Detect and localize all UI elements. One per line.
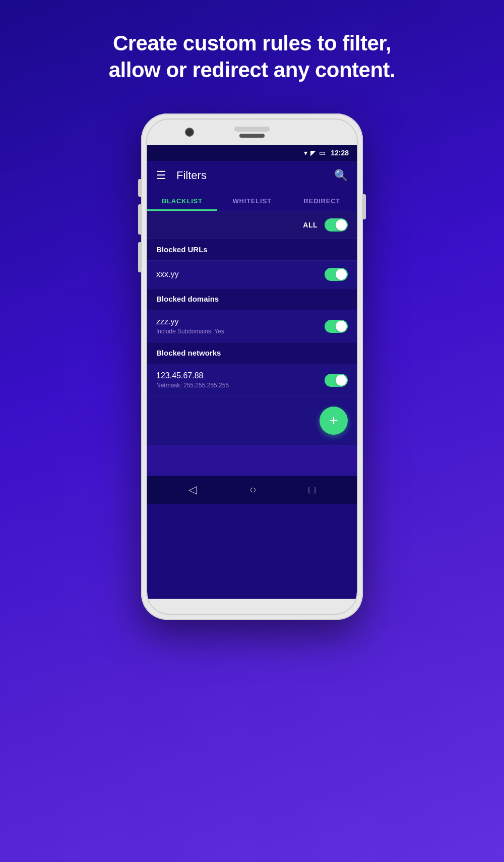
section-blocked-urls: Blocked URLs xyxy=(147,239,357,261)
all-toggle-row: ALL xyxy=(147,211,357,239)
phone-bottom xyxy=(147,599,357,614)
section-blocked-domains: Blocked domains xyxy=(147,289,357,310)
speaker-grille xyxy=(234,127,270,132)
power-button xyxy=(363,194,366,219)
list-item-title: 123.45.67.88 xyxy=(156,371,229,380)
volume-up-button xyxy=(138,204,141,235)
phone-top xyxy=(147,120,357,145)
list-item-info: xxx.yy xyxy=(156,270,178,279)
nav-bar: ◁ ○ □ xyxy=(147,476,357,504)
phone-outer: ▾ ◤ ▭ 12:28 ☰ Filters 🔍 BLACKLIST WHITEL… xyxy=(146,119,358,615)
signal-icon: ◤ xyxy=(310,149,316,157)
status-time: 12:28 xyxy=(331,149,349,157)
section-blocked-urls-title: Blocked URLs xyxy=(156,245,208,254)
item-toggle-zzz[interactable] xyxy=(325,320,348,333)
earpiece xyxy=(239,134,265,138)
status-bar: ▾ ◤ ▭ 12:28 xyxy=(147,145,357,161)
list-item-title: xxx.yy xyxy=(156,270,178,279)
section-blocked-networks-title: Blocked networks xyxy=(156,349,221,357)
section-blocked-domains-title: Blocked domains xyxy=(156,295,219,303)
tab-blacklist[interactable]: BLACKLIST xyxy=(147,190,217,211)
screen: ▾ ◤ ▭ 12:28 ☰ Filters 🔍 BLACKLIST WHITEL… xyxy=(147,145,357,599)
back-nav-icon[interactable]: ◁ xyxy=(188,483,197,496)
all-toggle[interactable] xyxy=(325,218,348,232)
list-item[interactable]: xxx.yy xyxy=(147,261,357,289)
list-item-title: zzz.yy xyxy=(156,317,224,326)
tab-whitelist[interactable]: WHITELIST xyxy=(217,190,287,211)
list-item[interactable]: zzz.yy Include Subdomains: Yes xyxy=(147,310,357,342)
fab-container: + xyxy=(147,396,357,445)
content-area: ALL Blocked URLs xxx.yy Blocked domains xyxy=(147,211,357,476)
recents-nav-icon[interactable]: □ xyxy=(309,483,316,496)
battery-icon: ▭ xyxy=(319,149,326,157)
search-icon[interactable]: 🔍 xyxy=(334,169,348,182)
all-toggle-label: ALL xyxy=(303,221,318,229)
item-toggle-network[interactable] xyxy=(325,374,348,387)
tab-bar: BLACKLIST WHITELIST REDIRECT xyxy=(147,190,357,211)
menu-icon[interactable]: ☰ xyxy=(156,169,166,182)
add-icon: + xyxy=(329,413,338,428)
home-nav-icon[interactable]: ○ xyxy=(249,483,256,496)
extra-space xyxy=(147,445,357,476)
item-toggle-xxx[interactable] xyxy=(325,268,348,281)
mute-button xyxy=(138,179,141,197)
headline: Create custom rules to filter, allow or … xyxy=(109,30,395,83)
section-blocked-networks: Blocked networks xyxy=(147,342,357,364)
wifi-icon: ▾ xyxy=(304,149,307,157)
list-item-subtitle: Netmask: 255.255.255.255 xyxy=(156,382,229,389)
list-item-info: 123.45.67.88 Netmask: 255.255.255.255 xyxy=(156,371,229,389)
list-item-subtitle: Include Subdomains: Yes xyxy=(156,328,224,335)
phone-frame: ▾ ◤ ▭ 12:28 ☰ Filters 🔍 BLACKLIST WHITEL… xyxy=(141,113,363,620)
tab-redirect[interactable]: REDIRECT xyxy=(287,190,357,211)
app-bar: ☰ Filters 🔍 xyxy=(147,161,357,190)
list-item[interactable]: 123.45.67.88 Netmask: 255.255.255.255 xyxy=(147,364,357,396)
app-title: Filters xyxy=(176,169,334,182)
front-camera xyxy=(185,128,194,137)
add-fab-button[interactable]: + xyxy=(320,407,348,435)
volume-down-button xyxy=(138,242,141,272)
list-item-info: zzz.yy Include Subdomains: Yes xyxy=(156,317,224,335)
